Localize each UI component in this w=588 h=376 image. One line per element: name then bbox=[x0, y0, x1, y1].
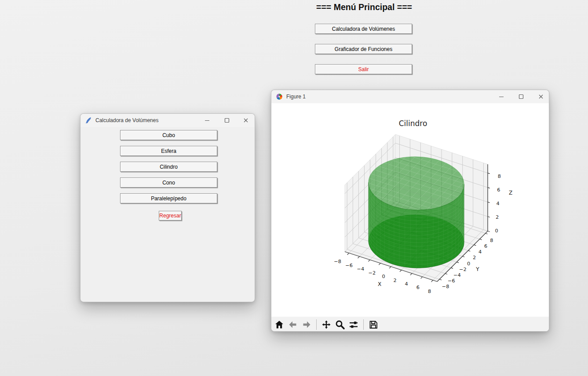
svg-text:8: 8 bbox=[490, 238, 493, 243]
pan-icon bbox=[321, 319, 332, 330]
main-menu-title: === Menú Principal === bbox=[281, 2, 447, 12]
figure-window-titlebar[interactable]: Figure 1 bbox=[271, 90, 549, 103]
back-button[interactable]: Regresar bbox=[159, 211, 182, 221]
svg-text:−4: −4 bbox=[453, 272, 461, 278]
close-icon bbox=[243, 118, 248, 123]
svg-text:2: 2 bbox=[473, 255, 476, 260]
svg-text:2: 2 bbox=[496, 214, 499, 220]
volume-window-title: Calculadora de Volúmenes bbox=[95, 117, 158, 123]
forward-nav-button[interactable] bbox=[301, 319, 312, 330]
svg-text:4: 4 bbox=[497, 201, 500, 206]
svg-text:−6: −6 bbox=[345, 263, 353, 268]
svg-text:−6: −6 bbox=[448, 278, 455, 284]
svg-text:4: 4 bbox=[405, 281, 408, 287]
home-icon bbox=[274, 319, 285, 330]
matplotlib-icon bbox=[276, 93, 283, 100]
cylinder-button[interactable]: Cilindro bbox=[120, 162, 217, 172]
plot-title: Cilindro bbox=[399, 119, 427, 128]
sphere-button[interactable]: Esfera bbox=[120, 146, 217, 156]
svg-text:8: 8 bbox=[428, 289, 431, 294]
save-icon bbox=[368, 319, 379, 330]
figure-window: Figure 1 Cilindro −8−6−4−202468−8−6−4−20… bbox=[271, 90, 549, 332]
configure-subplots-button[interactable] bbox=[348, 319, 359, 330]
zoom-icon bbox=[335, 319, 345, 330]
figure-minimize-button[interactable] bbox=[491, 90, 511, 103]
sliders-icon bbox=[348, 319, 359, 330]
svg-text:0: 0 bbox=[467, 261, 470, 267]
zoom-button[interactable] bbox=[334, 319, 346, 330]
svg-text:−2: −2 bbox=[459, 267, 467, 272]
svg-text:X: X bbox=[378, 281, 381, 287]
svg-text:2: 2 bbox=[394, 278, 397, 283]
figure-maximize-button[interactable] bbox=[511, 90, 531, 103]
svg-text:6: 6 bbox=[416, 285, 420, 290]
volume-window-titlebar[interactable]: Calculadora de Volúmenes bbox=[80, 114, 255, 127]
figure-canvas[interactable]: Cilindro −8−6−4−202468−8−6−4−20246802468… bbox=[271, 103, 549, 317]
svg-text:4: 4 bbox=[478, 249, 482, 255]
svg-text:Y: Y bbox=[475, 266, 479, 272]
volume-close-button[interactable] bbox=[236, 114, 255, 127]
toolbar-separator bbox=[316, 319, 317, 330]
svg-text:−8: −8 bbox=[442, 284, 449, 289]
tk-feather-icon bbox=[85, 117, 92, 124]
volume-calculator-window: Calculadora de Volúmenes Cubo Esfera Cil… bbox=[80, 113, 255, 302]
svg-text:−4: −4 bbox=[357, 266, 364, 272]
svg-text:−2: −2 bbox=[369, 270, 376, 276]
volume-maximize-button[interactable] bbox=[217, 114, 237, 127]
svg-text:Z: Z bbox=[509, 190, 512, 196]
parallelepiped-button[interactable]: Paralelepípedo bbox=[120, 193, 217, 203]
minimize-icon bbox=[205, 118, 210, 123]
svg-text:8: 8 bbox=[498, 174, 501, 179]
pan-button[interactable] bbox=[321, 319, 332, 330]
cone-button[interactable]: Cono bbox=[120, 177, 217, 188]
figure-window-title: Figure 1 bbox=[286, 94, 306, 100]
svg-text:0: 0 bbox=[382, 274, 385, 279]
home-button[interactable] bbox=[274, 319, 285, 330]
save-button[interactable] bbox=[368, 319, 379, 330]
svg-text:6: 6 bbox=[497, 187, 500, 193]
desktop: { "main_menu": { "title": "=== Menú Prin… bbox=[0, 0, 588, 376]
forward-arrow-icon bbox=[301, 319, 312, 330]
toolbar-separator bbox=[363, 319, 364, 330]
figure-toolbar bbox=[271, 317, 549, 332]
maximize-icon bbox=[519, 94, 524, 99]
svg-text:0: 0 bbox=[495, 228, 498, 234]
volume-minimize-button[interactable] bbox=[197, 114, 217, 127]
exit-button[interactable]: Salir bbox=[315, 64, 412, 74]
volume-calculator-button[interactable]: Calculadora de Volúmenes bbox=[315, 24, 412, 34]
back-arrow-icon bbox=[288, 319, 298, 330]
maximize-icon bbox=[224, 118, 230, 123]
back-nav-button[interactable] bbox=[287, 319, 299, 330]
svg-text:6: 6 bbox=[484, 243, 487, 249]
cube-button[interactable]: Cubo bbox=[120, 130, 217, 140]
close-icon bbox=[538, 94, 544, 99]
minimize-icon bbox=[499, 94, 504, 99]
function-plotter-button[interactable]: Graficador de Funciones bbox=[315, 44, 412, 54]
plot-3d-cylinder[interactable]: Cilindro −8−6−4−202468−8−6−4−20246802468… bbox=[271, 103, 549, 317]
figure-close-button[interactable] bbox=[531, 90, 549, 103]
svg-text:−8: −8 bbox=[334, 259, 341, 264]
